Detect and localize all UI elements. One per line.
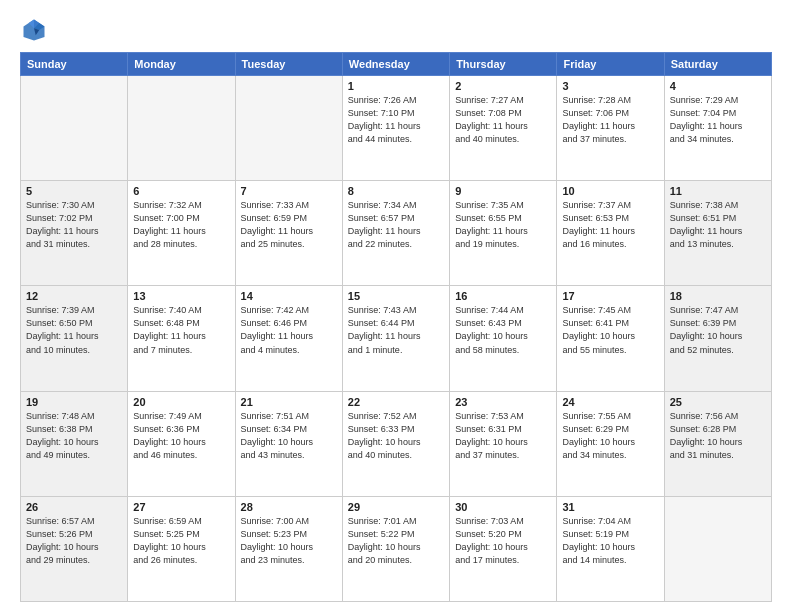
calendar-cell: 10Sunrise: 7:37 AM Sunset: 6:53 PM Dayli… (557, 181, 664, 286)
day-number: 9 (455, 185, 551, 197)
calendar-cell: 8Sunrise: 7:34 AM Sunset: 6:57 PM Daylig… (342, 181, 449, 286)
calendar-cell: 5Sunrise: 7:30 AM Sunset: 7:02 PM Daylig… (21, 181, 128, 286)
day-number: 30 (455, 501, 551, 513)
day-number: 1 (348, 80, 444, 92)
day-number: 20 (133, 396, 229, 408)
day-number: 17 (562, 290, 658, 302)
day-number: 28 (241, 501, 337, 513)
day-info: Sunrise: 7:49 AM Sunset: 6:36 PM Dayligh… (133, 410, 229, 462)
day-info: Sunrise: 7:37 AM Sunset: 6:53 PM Dayligh… (562, 199, 658, 251)
day-number: 10 (562, 185, 658, 197)
day-info: Sunrise: 7:56 AM Sunset: 6:28 PM Dayligh… (670, 410, 766, 462)
logo-icon (20, 16, 48, 44)
calendar-cell: 22Sunrise: 7:52 AM Sunset: 6:33 PM Dayli… (342, 391, 449, 496)
day-number: 11 (670, 185, 766, 197)
day-number: 31 (562, 501, 658, 513)
day-number: 12 (26, 290, 122, 302)
calendar-cell: 14Sunrise: 7:42 AM Sunset: 6:46 PM Dayli… (235, 286, 342, 391)
calendar-cell: 24Sunrise: 7:55 AM Sunset: 6:29 PM Dayli… (557, 391, 664, 496)
day-number: 13 (133, 290, 229, 302)
day-info: Sunrise: 7:44 AM Sunset: 6:43 PM Dayligh… (455, 304, 551, 356)
calendar-cell: 16Sunrise: 7:44 AM Sunset: 6:43 PM Dayli… (450, 286, 557, 391)
day-info: Sunrise: 7:28 AM Sunset: 7:06 PM Dayligh… (562, 94, 658, 146)
logo (20, 16, 52, 44)
day-number: 23 (455, 396, 551, 408)
calendar-cell: 21Sunrise: 7:51 AM Sunset: 6:34 PM Dayli… (235, 391, 342, 496)
page: SundayMondayTuesdayWednesdayThursdayFrid… (0, 0, 792, 612)
weekday-header-friday: Friday (557, 53, 664, 76)
day-number: 22 (348, 396, 444, 408)
weekday-header-thursday: Thursday (450, 53, 557, 76)
calendar-cell: 19Sunrise: 7:48 AM Sunset: 6:38 PM Dayli… (21, 391, 128, 496)
day-info: Sunrise: 7:48 AM Sunset: 6:38 PM Dayligh… (26, 410, 122, 462)
day-number: 16 (455, 290, 551, 302)
calendar-cell (128, 76, 235, 181)
day-info: Sunrise: 7:01 AM Sunset: 5:22 PM Dayligh… (348, 515, 444, 567)
weekday-header-tuesday: Tuesday (235, 53, 342, 76)
calendar-cell (664, 496, 771, 601)
day-info: Sunrise: 7:39 AM Sunset: 6:50 PM Dayligh… (26, 304, 122, 356)
day-number: 8 (348, 185, 444, 197)
day-number: 6 (133, 185, 229, 197)
day-number: 5 (26, 185, 122, 197)
calendar-table: SundayMondayTuesdayWednesdayThursdayFrid… (20, 52, 772, 602)
weekday-header-monday: Monday (128, 53, 235, 76)
day-info: Sunrise: 7:27 AM Sunset: 7:08 PM Dayligh… (455, 94, 551, 146)
day-info: Sunrise: 7:00 AM Sunset: 5:23 PM Dayligh… (241, 515, 337, 567)
calendar-cell: 12Sunrise: 7:39 AM Sunset: 6:50 PM Dayli… (21, 286, 128, 391)
calendar-cell: 29Sunrise: 7:01 AM Sunset: 5:22 PM Dayli… (342, 496, 449, 601)
day-number: 18 (670, 290, 766, 302)
calendar-cell: 9Sunrise: 7:35 AM Sunset: 6:55 PM Daylig… (450, 181, 557, 286)
day-info: Sunrise: 7:42 AM Sunset: 6:46 PM Dayligh… (241, 304, 337, 356)
calendar-cell: 30Sunrise: 7:03 AM Sunset: 5:20 PM Dayli… (450, 496, 557, 601)
calendar-cell: 1Sunrise: 7:26 AM Sunset: 7:10 PM Daylig… (342, 76, 449, 181)
day-info: Sunrise: 6:57 AM Sunset: 5:26 PM Dayligh… (26, 515, 122, 567)
calendar-cell: 27Sunrise: 6:59 AM Sunset: 5:25 PM Dayli… (128, 496, 235, 601)
day-info: Sunrise: 7:43 AM Sunset: 6:44 PM Dayligh… (348, 304, 444, 356)
calendar-row-3: 19Sunrise: 7:48 AM Sunset: 6:38 PM Dayli… (21, 391, 772, 496)
day-number: 3 (562, 80, 658, 92)
calendar-row-0: 1Sunrise: 7:26 AM Sunset: 7:10 PM Daylig… (21, 76, 772, 181)
calendar-cell: 20Sunrise: 7:49 AM Sunset: 6:36 PM Dayli… (128, 391, 235, 496)
day-number: 26 (26, 501, 122, 513)
day-info: Sunrise: 7:04 AM Sunset: 5:19 PM Dayligh… (562, 515, 658, 567)
day-info: Sunrise: 7:03 AM Sunset: 5:20 PM Dayligh… (455, 515, 551, 567)
day-info: Sunrise: 7:35 AM Sunset: 6:55 PM Dayligh… (455, 199, 551, 251)
calendar-cell: 18Sunrise: 7:47 AM Sunset: 6:39 PM Dayli… (664, 286, 771, 391)
day-number: 2 (455, 80, 551, 92)
day-info: Sunrise: 7:52 AM Sunset: 6:33 PM Dayligh… (348, 410, 444, 462)
day-info: Sunrise: 7:53 AM Sunset: 6:31 PM Dayligh… (455, 410, 551, 462)
day-info: Sunrise: 7:40 AM Sunset: 6:48 PM Dayligh… (133, 304, 229, 356)
calendar-cell: 7Sunrise: 7:33 AM Sunset: 6:59 PM Daylig… (235, 181, 342, 286)
day-number: 4 (670, 80, 766, 92)
calendar-cell (21, 76, 128, 181)
calendar-cell: 2Sunrise: 7:27 AM Sunset: 7:08 PM Daylig… (450, 76, 557, 181)
calendar-cell: 31Sunrise: 7:04 AM Sunset: 5:19 PM Dayli… (557, 496, 664, 601)
day-info: Sunrise: 7:33 AM Sunset: 6:59 PM Dayligh… (241, 199, 337, 251)
day-number: 27 (133, 501, 229, 513)
day-info: Sunrise: 7:32 AM Sunset: 7:00 PM Dayligh… (133, 199, 229, 251)
day-info: Sunrise: 7:47 AM Sunset: 6:39 PM Dayligh… (670, 304, 766, 356)
day-info: Sunrise: 7:29 AM Sunset: 7:04 PM Dayligh… (670, 94, 766, 146)
header (20, 16, 772, 44)
day-info: Sunrise: 7:34 AM Sunset: 6:57 PM Dayligh… (348, 199, 444, 251)
calendar-row-1: 5Sunrise: 7:30 AM Sunset: 7:02 PM Daylig… (21, 181, 772, 286)
calendar-cell: 13Sunrise: 7:40 AM Sunset: 6:48 PM Dayli… (128, 286, 235, 391)
calendar-row-2: 12Sunrise: 7:39 AM Sunset: 6:50 PM Dayli… (21, 286, 772, 391)
calendar-cell (235, 76, 342, 181)
calendar-cell: 4Sunrise: 7:29 AM Sunset: 7:04 PM Daylig… (664, 76, 771, 181)
day-number: 15 (348, 290, 444, 302)
calendar-cell: 25Sunrise: 7:56 AM Sunset: 6:28 PM Dayli… (664, 391, 771, 496)
day-number: 19 (26, 396, 122, 408)
calendar-cell: 26Sunrise: 6:57 AM Sunset: 5:26 PM Dayli… (21, 496, 128, 601)
calendar-cell: 17Sunrise: 7:45 AM Sunset: 6:41 PM Dayli… (557, 286, 664, 391)
day-info: Sunrise: 7:45 AM Sunset: 6:41 PM Dayligh… (562, 304, 658, 356)
calendar-cell: 3Sunrise: 7:28 AM Sunset: 7:06 PM Daylig… (557, 76, 664, 181)
day-info: Sunrise: 7:51 AM Sunset: 6:34 PM Dayligh… (241, 410, 337, 462)
day-info: Sunrise: 7:26 AM Sunset: 7:10 PM Dayligh… (348, 94, 444, 146)
day-info: Sunrise: 7:30 AM Sunset: 7:02 PM Dayligh… (26, 199, 122, 251)
day-number: 14 (241, 290, 337, 302)
day-info: Sunrise: 7:38 AM Sunset: 6:51 PM Dayligh… (670, 199, 766, 251)
day-info: Sunrise: 7:55 AM Sunset: 6:29 PM Dayligh… (562, 410, 658, 462)
weekday-header-row: SundayMondayTuesdayWednesdayThursdayFrid… (21, 53, 772, 76)
